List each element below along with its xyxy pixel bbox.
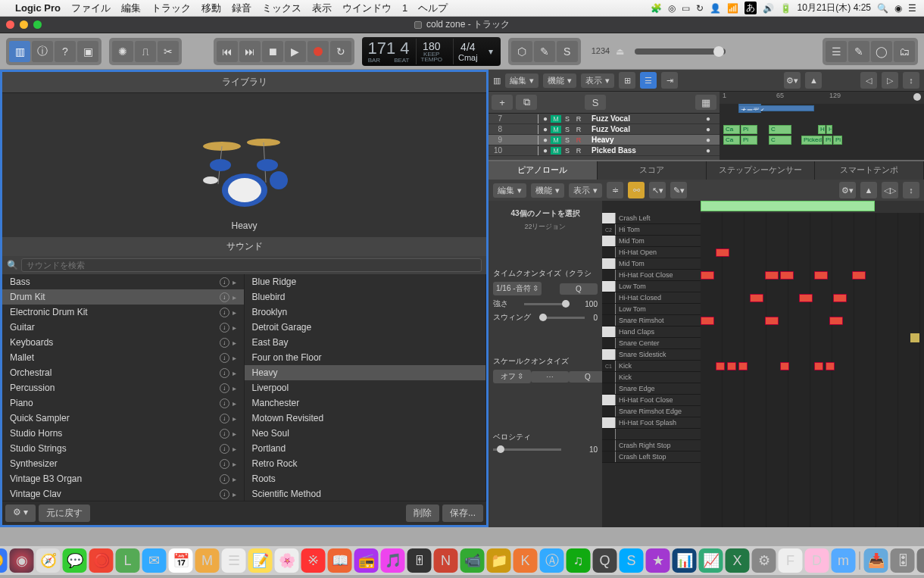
region[interactable]: Pi xyxy=(823,136,832,145)
velocity-slider[interactable] xyxy=(493,448,561,451)
region[interactable]: He xyxy=(818,125,826,134)
category-quick-sampler[interactable]: Quick Sampler↓▸ xyxy=(2,411,244,426)
midi-note[interactable] xyxy=(829,317,843,325)
drum-lane[interactable]: Hi-Hat Open xyxy=(602,247,701,258)
region[interactable]: Pi xyxy=(741,125,757,134)
onenote-icon[interactable]: N xyxy=(434,548,458,573)
drum-lane[interactable]: Snare Sidestick xyxy=(602,349,701,361)
settings-icon[interactable]: ⚙ xyxy=(752,548,776,573)
hzoom-in[interactable]: ▷ xyxy=(882,72,898,89)
preset-blue-ridge[interactable]: Blue Ridge xyxy=(245,274,486,289)
track-9[interactable]: 9│ ●MSRHeavy● xyxy=(489,135,720,145)
track-filter[interactable]: ▦ xyxy=(695,95,716,110)
dorico-icon[interactable]: D xyxy=(805,548,829,573)
preset-brooklyn[interactable]: Brooklyn xyxy=(245,305,486,320)
drum-lane[interactable]: Snare Rimshot xyxy=(602,315,701,326)
drum-lane[interactable]: Mid Tom xyxy=(602,236,701,247)
finder-icon[interactable]: 😀 xyxy=(0,548,8,573)
preset-detroit-garage[interactable]: Detroit Garage xyxy=(245,320,486,335)
ed-vzoom[interactable]: ↕ xyxy=(903,182,919,198)
link-button[interactable]: ⚯ xyxy=(628,182,645,198)
missive-icon[interactable]: M xyxy=(195,548,220,573)
cc-icon[interactable]: ◎ xyxy=(668,3,676,14)
preset-retro-rock[interactable]: Retro Rock xyxy=(245,456,486,471)
scale-more[interactable]: ⋯ xyxy=(531,371,569,383)
region[interactable]: Pi xyxy=(833,136,842,145)
library-toggle[interactable]: ▥ xyxy=(9,41,30,62)
category-electronic-drum-kit[interactable]: Electronic Drum Kit↓▸ xyxy=(2,305,244,320)
volume-icon[interactable]: 🔊 xyxy=(763,3,774,14)
drum-lane[interactable]: Hi-Hat Foot Splash xyxy=(602,417,701,429)
category-vintage-clav[interactable]: Vintage Clav↓▸ xyxy=(2,486,244,501)
facetime-icon[interactable]: 📹 xyxy=(460,548,485,573)
menu-icon[interactable]: ☰ xyxy=(908,3,916,14)
preset-liverpool[interactable]: Liverpool xyxy=(245,380,486,395)
project-icon[interactable]: 🎛 xyxy=(891,548,915,573)
drum-lane[interactable]: Snare Edge xyxy=(602,383,701,395)
solo-mode[interactable]: S xyxy=(557,41,578,62)
tracks-edit-menu[interactable]: 編集▾ xyxy=(505,73,538,88)
drum-lane[interactable]: Hi-Hat Foot Close xyxy=(602,270,701,281)
musescore-icon[interactable]: m xyxy=(832,548,856,573)
quantize-button[interactable]: Q xyxy=(560,283,598,295)
count-in[interactable]: 1234 xyxy=(592,46,610,57)
midi-note[interactable] xyxy=(750,294,763,302)
folder-icon[interactable]: 📁 xyxy=(487,548,511,573)
notepad[interactable]: ✎ xyxy=(848,41,869,62)
spotlight-icon[interactable]: 🔍 xyxy=(877,3,888,14)
revert-button[interactable]: 元に戻す xyxy=(39,505,90,522)
category-studio-strings[interactable]: Studio Strings↓▸ xyxy=(2,441,244,456)
preset-neo-soul[interactable]: Neo Soul xyxy=(245,426,486,441)
toolbar-toggle[interactable]: ▣ xyxy=(77,41,98,62)
region-header[interactable] xyxy=(701,201,875,211)
menu-1[interactable]: 1 xyxy=(402,2,407,14)
play-button[interactable]: ▶ xyxy=(285,41,306,62)
midi-note[interactable] xyxy=(780,362,789,370)
midi-note[interactable] xyxy=(799,294,813,302)
editor-tab-2[interactable]: ステップシーケンサー xyxy=(707,161,816,180)
drum-lane[interactable]: Crash Right Stop xyxy=(602,440,701,451)
midi-note[interactable] xyxy=(716,362,725,370)
preset-list[interactable]: Blue RidgeBluebirdBrooklynDetroit Garage… xyxy=(245,274,487,501)
drum-lane[interactable]: Mid Tom xyxy=(602,258,701,270)
rewind-button[interactable]: ⏮ xyxy=(217,41,238,62)
drum-lane[interactable]: C2Hi Tom xyxy=(602,224,701,236)
kindle-icon[interactable]: K xyxy=(514,548,538,573)
calendar-icon[interactable]: 📅 xyxy=(169,548,193,573)
track-7[interactable]: 7│ ●MSRFuzz Vocal● xyxy=(489,114,720,124)
preset-scientific-method[interactable]: Scientific Method xyxy=(245,486,486,501)
category-vintage-b3-organ[interactable]: Vintage B3 Organ↓▸ xyxy=(2,471,244,486)
midi-note[interactable] xyxy=(716,248,729,257)
gear-button[interactable]: ⚙ ▾ xyxy=(5,505,36,522)
numbers-icon[interactable]: 📈 xyxy=(699,548,723,573)
media-browser[interactable]: 🗂 xyxy=(894,41,915,62)
category-bass[interactable]: Bass↓▸ xyxy=(2,274,244,289)
sync-icon[interactable]: ↻ xyxy=(696,3,704,14)
timesig-value[interactable]: 4/4 xyxy=(460,41,475,53)
battery-icon[interactable]: 🔋 xyxy=(780,3,791,14)
low-latency[interactable]: ✎ xyxy=(534,41,555,62)
midi-note[interactable] xyxy=(814,271,828,280)
view-list[interactable]: ☰ xyxy=(640,72,657,89)
siri-icon[interactable]: ◉ xyxy=(894,3,902,14)
menu-track[interactable]: トラック xyxy=(151,2,191,15)
spotify-icon[interactable]: ♫ xyxy=(567,548,591,573)
preset-portland[interactable]: Portland xyxy=(245,441,486,456)
preset-roots[interactable]: Roots xyxy=(245,471,486,486)
global-solo[interactable]: S xyxy=(585,95,606,110)
editor-view-menu[interactable]: 表示▾ xyxy=(569,183,602,198)
library-search[interactable] xyxy=(21,258,482,272)
music-icon[interactable]: 🎵 xyxy=(381,548,405,573)
category-mallet[interactable]: Mallet↓▸ xyxy=(2,350,244,365)
editor-snap[interactable]: ▲ xyxy=(860,182,877,198)
siri-app-icon[interactable]: ◉ xyxy=(10,548,34,573)
misc-note[interactable] xyxy=(910,333,919,342)
save-button[interactable]: 保存... xyxy=(442,505,483,522)
view-grid[interactable]: ⊞ xyxy=(619,72,635,89)
category-percussion[interactable]: Percussion↓▸ xyxy=(2,380,244,395)
lcd-display[interactable]: 171 4 BARBEAT 180KEEPTEMPO 4/4Cmaj ▾ xyxy=(362,37,501,66)
midi-note[interactable] xyxy=(833,294,847,302)
arrange-ruler[interactable]: 1 65 129 xyxy=(720,92,924,104)
midi-note[interactable] xyxy=(780,271,794,280)
category-studio-horns[interactable]: Studio Horns↓▸ xyxy=(2,426,244,441)
